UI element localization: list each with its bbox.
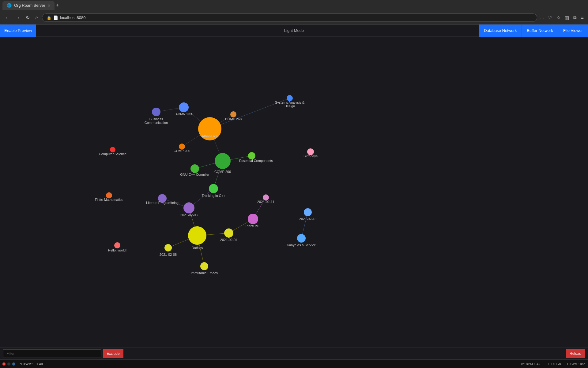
- tab-title: Org Roam Server: [14, 3, 45, 8]
- taskbar-dot-dark: [7, 362, 10, 366]
- svg-text:Thinking in C++: Thinking in C++: [202, 194, 225, 197]
- filter-bar: Exclude Reload: [0, 347, 588, 359]
- home-button[interactable]: ⌂: [33, 14, 40, 22]
- workspace-label[interactable]: *EXWM*: [20, 362, 33, 366]
- svg-text:Immutable Emacs: Immutable Emacs: [191, 271, 218, 275]
- taskbar-encoding: LF UTF-8: [546, 362, 561, 366]
- security-icon: 🔒: [47, 15, 51, 20]
- bookmark-button[interactable]: ☆: [555, 14, 562, 22]
- system-taskbar: *EXWM* 1 All 8:18PM 1.42 LF UTF-8 EXWM :…: [0, 359, 588, 368]
- menu-button[interactable]: ≡: [580, 14, 585, 21]
- svg-point-28: [190, 164, 199, 173]
- reader-view-button[interactable]: ▥: [564, 14, 570, 22]
- svg-text:GNU C++ Compiler: GNU C++ Compiler: [180, 173, 209, 176]
- tab-close-button[interactable]: ×: [48, 3, 50, 8]
- browser-tab[interactable]: 🌐 Org Roam Server ×: [2, 1, 55, 10]
- taskbar-left: *EXWM* 1 All: [2, 362, 43, 366]
- back-button[interactable]: ←: [3, 14, 12, 22]
- enable-preview-button[interactable]: Enable Preview: [0, 25, 36, 37]
- svg-point-18: [152, 108, 160, 116]
- new-tab-button[interactable]: +: [56, 2, 59, 9]
- svg-point-24: [110, 147, 115, 152]
- svg-text:Business: Business: [149, 117, 163, 121]
- app-header: Enable Preview Light Mode Database Netwo…: [0, 25, 588, 37]
- svg-point-20: [230, 111, 236, 117]
- svg-text:Kanye as a Service: Kanye as a Service: [287, 243, 316, 247]
- tab-file-viewer[interactable]: File Viewer: [558, 25, 588, 37]
- tab-buffer-network[interactable]: Buffer Network: [522, 25, 558, 37]
- svg-text:2021-02-08: 2021-02-08: [160, 253, 177, 256]
- svg-text:2021-02-04: 2021-02-04: [220, 238, 237, 242]
- svg-point-32: [183, 202, 194, 213]
- svg-point-40: [114, 242, 120, 248]
- forward-button[interactable]: →: [13, 14, 22, 22]
- svg-text:Essential Components: Essential Components: [239, 159, 273, 163]
- svg-point-35: [304, 208, 312, 216]
- address-bar[interactable]: 🔒 📄 localhost:8080: [42, 13, 537, 22]
- svg-point-33: [263, 194, 269, 201]
- workspace-num: 1 All: [36, 362, 43, 366]
- tab-icon: 🌐: [7, 3, 12, 8]
- exclude-button[interactable]: Exclude: [103, 349, 123, 358]
- taskbar-mode: EXWM : line: [567, 362, 586, 366]
- tab-database-network[interactable]: Database Network: [479, 25, 522, 37]
- light-mode-toggle[interactable]: Light Mode: [284, 28, 304, 33]
- taskbar-dot-red: [2, 362, 6, 366]
- svg-point-21: [287, 95, 293, 101]
- svg-text:Dotfiles: Dotfiles: [192, 246, 203, 250]
- network-svg: Business Communication ADMN 233 COMP 268…: [0, 37, 588, 337]
- svg-text:Hello, world!: Hello, world!: [108, 248, 127, 252]
- svg-text:2021-02-13: 2021-02-13: [299, 217, 316, 221]
- filter-input[interactable]: [3, 349, 101, 358]
- svg-point-36: [297, 234, 306, 243]
- url-text: localhost:8080: [60, 15, 86, 20]
- reload-button[interactable]: Reload: [566, 349, 585, 358]
- svg-text:Finite Mathematics: Finite Mathematics: [95, 198, 123, 201]
- svg-text:Communication: Communication: [145, 121, 168, 125]
- taskbar-time: 8:18PM 1.42: [521, 362, 540, 366]
- svg-text:Athabasca: Athabasca: [202, 134, 218, 138]
- reload-button[interactable]: ↻: [24, 13, 32, 22]
- pip-button[interactable]: ⧉: [572, 14, 578, 22]
- svg-point-19: [179, 102, 189, 112]
- browser-titlebar: 🌐 Org Roam Server × +: [0, 0, 588, 11]
- more-options-button[interactable]: ···: [539, 14, 545, 21]
- svg-text:PlantUML: PlantUML: [246, 224, 260, 228]
- svg-point-23: [179, 144, 185, 150]
- taskbar-right: 8:18PM 1.42 LF UTF-8 EXWM : line: [521, 362, 586, 366]
- svg-text:Birthdays: Birthdays: [303, 154, 318, 158]
- page-icon: 📄: [53, 15, 58, 20]
- svg-text:Systems Analysis &: Systems Analysis &: [275, 101, 305, 104]
- svg-text:COMP 268: COMP 268: [225, 117, 242, 121]
- svg-text:ADMN 233: ADMN 233: [175, 112, 192, 116]
- svg-point-30: [106, 192, 112, 198]
- svg-point-37: [188, 226, 206, 245]
- nav-tabs: Database Network Buffer Network File Vie…: [479, 25, 588, 37]
- svg-text:COMP 206: COMP 206: [214, 170, 231, 174]
- svg-point-34: [248, 214, 258, 224]
- svg-text:COMP 200: COMP 200: [174, 149, 190, 153]
- svg-text:2021-02-11: 2021-02-11: [257, 200, 274, 204]
- network-graph-canvas[interactable]: Business Communication ADMN 233 COMP 268…: [0, 37, 588, 337]
- svg-point-25: [215, 153, 231, 169]
- svg-point-41: [200, 262, 208, 270]
- svg-point-39: [164, 244, 172, 251]
- pocket-button[interactable]: ♡: [547, 14, 553, 22]
- svg-text:Computer Science: Computer Science: [99, 152, 127, 156]
- svg-text:Literate Programming: Literate Programming: [146, 201, 179, 205]
- svg-text:Design: Design: [285, 104, 295, 108]
- svg-point-38: [224, 228, 233, 238]
- taskbar-dot-blue: [12, 362, 15, 366]
- svg-text:2021-02-03: 2021-02-03: [180, 213, 198, 217]
- svg-point-26: [248, 152, 255, 159]
- svg-point-29: [209, 184, 218, 193]
- browser-toolbar: ← → ↻ ⌂ 🔒 📄 localhost:8080 ··· ♡ ☆ ▥ ⧉ ≡: [0, 11, 588, 25]
